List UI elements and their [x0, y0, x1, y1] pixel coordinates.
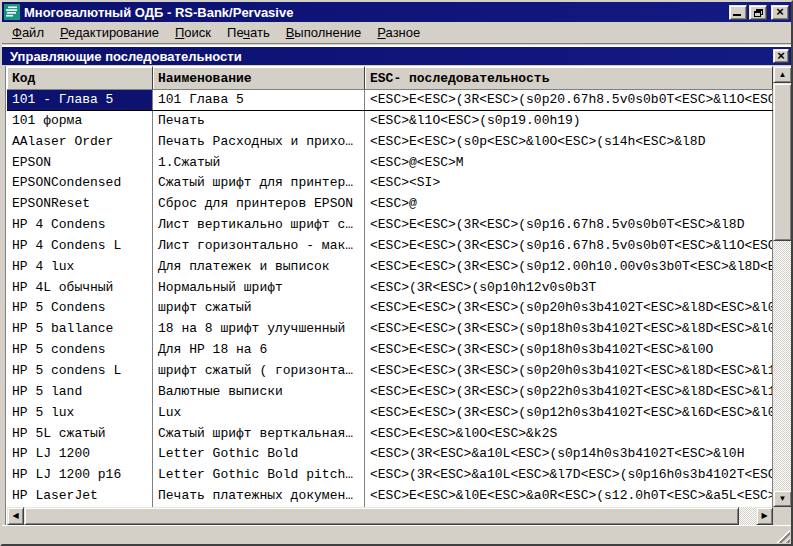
table-row[interactable]: HP 5 condensДля HP 18 на 6<ESC>E<ESC>(3R… [7, 340, 773, 361]
cell-esc[interactable]: <ESC>E<ESC>(3R<ESC>(s0p18h0s3b4102T<ESC>… [365, 340, 773, 361]
cell-name[interactable]: Печать Расходных и прихо… [153, 132, 365, 153]
cell-esc[interactable]: <ESC>(3R<ESC>&a10L<ESC>&l7D<ESC>(s0p16h0… [365, 465, 773, 486]
cell-code[interactable]: HP 5L сжатый [7, 424, 153, 445]
horizontal-scrollbar-track[interactable] [739, 507, 756, 525]
cell-esc[interactable]: <ESC>@<ESC>M [365, 153, 773, 174]
cell-name[interactable]: 1.Сжатый [153, 153, 365, 174]
cell-esc[interactable]: <ESC>(3R<ESC>&a10L<ESC>(s0p14h0s3b4102T<… [365, 444, 773, 465]
cell-esc[interactable]: <ESC><SI> [365, 173, 773, 194]
cell-esc[interactable]: <ESC>E<ESC>(3R<ESC>(s0p16.67h8.5v0s0b0T<… [365, 215, 773, 236]
horizontal-scrollbar-thumb[interactable] [24, 507, 739, 525]
scroll-up-button[interactable]: ▲ [773, 66, 792, 83]
table-row[interactable]: HP LJ 1200Letter Gothic Bold<ESC>(3R<ESC… [7, 444, 773, 465]
table-row[interactable]: HP 5 condens Lшрифт сжатый ( горизонта…<… [7, 361, 773, 382]
scroll-left-button[interactable]: ◀ [7, 507, 24, 525]
cell-code[interactable]: EPSONCondensed [7, 173, 153, 194]
menu-item-search[interactable]: Поиск [167, 23, 219, 42]
cell-code[interactable]: HP 5 lux [7, 403, 153, 424]
cell-name[interactable]: Сжатый шрифт верткальная… [153, 424, 365, 445]
cell-esc[interactable]: <ESC>E<ESC>&l0O<ESC>&k2S [365, 424, 773, 445]
cell-code[interactable]: HP 5 Condens [7, 298, 153, 319]
table-row[interactable]: HP 5 Condensшрифт сжатый<ESC>E<ESC>(3R<E… [7, 298, 773, 319]
window-titlebar[interactable]: Многовалютный ОДБ - RS-Bank/Pervasive × [2, 2, 791, 22]
panel-close-button[interactable]: × [773, 49, 789, 63]
cell-esc[interactable]: <ESC>E<ESC>(3R<ESC>(s0p22h0s3b4102T<ESC>… [365, 382, 773, 403]
cell-code[interactable]: 101 - Глава 5 [7, 90, 153, 110]
cell-esc[interactable]: <ESC>E<ESC>(3R<ESC>(s0p12h0s3b4102T<ESC>… [365, 403, 773, 424]
cell-code[interactable]: HP LJ 1200 [7, 444, 153, 465]
table-row[interactable]: HP 4 CondensЛист вертикально шрифт с…<ES… [7, 215, 773, 236]
cell-esc[interactable]: <ESC>E<ESC>(3R<ESC>(s0p16.67h8.5v0s0b0T<… [365, 236, 773, 257]
cell-name[interactable]: Для HP 18 на 6 [153, 340, 365, 361]
close-button[interactable]: × [771, 5, 789, 20]
cell-name[interactable]: Lux [153, 403, 365, 424]
resize-grip-icon[interactable] [775, 528, 790, 543]
minimize-button[interactable] [729, 5, 747, 20]
cell-code[interactable]: HP 5 condens [7, 340, 153, 361]
cell-esc[interactable]: <ESC>(3R<ESC>(s0p10h12v0s0b3T [365, 278, 773, 299]
cell-name[interactable]: Letter Gothic Bold [153, 444, 365, 465]
menu-item-print[interactable]: Печать [219, 23, 278, 42]
table-row[interactable]: HP 4L обычныйНормальный шрифт<ESC>(3R<ES… [7, 278, 773, 299]
table-row[interactable]: HP 5 ballance 18 на 8 шрифт улучшенный<E… [7, 319, 773, 340]
cell-esc[interactable]: <ESC>E<ESC>(s0p<ESC>&l0O<ESC>(s14h<ESC>&… [365, 132, 773, 153]
cell-esc[interactable]: <ESC>@ [365, 194, 773, 215]
cell-name[interactable]: Letter Gothic Bold pitch… [153, 465, 365, 486]
table-row[interactable]: HP 5 landВалютные выписки<ESC>E<ESC>(3R<… [7, 382, 773, 403]
scroll-right-button[interactable]: ▶ [756, 507, 773, 525]
cell-code[interactable]: EPSONReset [7, 194, 153, 215]
cell-name[interactable]: Нормальный шрифт [153, 278, 365, 299]
cell-name[interactable]: Печать платежных докумен… [153, 486, 365, 507]
cell-code[interactable]: 101 форма [7, 111, 153, 132]
cell-name[interactable]: 101 Глава 5 [153, 90, 365, 110]
cell-code[interactable]: HP 4 lux [7, 257, 153, 278]
table-row[interactable]: HP 5L сжатыйСжатый шрифт верткальная…<ES… [7, 424, 773, 445]
cell-name[interactable]: шрифт сжатый ( горизонта… [153, 361, 365, 382]
cell-name[interactable]: 18 на 8 шрифт улучшенный [153, 319, 365, 340]
cell-name[interactable]: Для платежек и выписок [153, 257, 365, 278]
panel-titlebar[interactable]: Управляющие последовательности × [2, 46, 791, 65]
table-row[interactable]: HP LJ 1200 p16Letter Gothic Bold pitch…<… [7, 465, 773, 486]
table-row[interactable]: HP 4 luxДля платежек и выписок<ESC>E<ESC… [7, 257, 773, 278]
vertical-scrollbar-thumb[interactable] [773, 83, 792, 241]
cell-code[interactable]: HP LJ 1200 p16 [7, 465, 153, 486]
cell-name[interactable]: Валютные выписки [153, 382, 365, 403]
table-row[interactable]: 101 - Глава 5101 Глава 5<ESC>E<ESC>(3R<E… [7, 90, 773, 111]
table-row[interactable]: HP 5 luxLux<ESC>E<ESC>(3R<ESC>(s0p12h0s3… [7, 403, 773, 424]
menu-item-misc[interactable]: Разное [369, 23, 428, 42]
cell-code[interactable]: HP 5 ballance [7, 319, 153, 340]
cell-code[interactable]: AAlaser Order [7, 132, 153, 153]
restore-button[interactable] [749, 5, 767, 20]
cell-code[interactable]: HP 4L обычный [7, 278, 153, 299]
cell-name[interactable]: Печать [153, 111, 365, 132]
cell-esc[interactable]: <ESC>E<ESC>(3R<ESC>(s0p20h0s3b4102T<ESC>… [365, 298, 773, 319]
cell-code[interactable]: HP 4 Condens L [7, 236, 153, 257]
table-row[interactable]: HP 4 Condens LЛист горизонтально - мак…<… [7, 236, 773, 257]
cell-esc[interactable]: <ESC>E<ESC>(3R<ESC>(s0p12.00h10.00v0s3b0… [365, 257, 773, 278]
table-row[interactable]: EPSONResetСброс для принтеров EPSON<ESC>… [7, 194, 773, 215]
table-row[interactable]: HP LaserJetПечать платежных докумен…<ESC… [7, 486, 773, 507]
cell-name[interactable]: Лист вертикально шрифт с… [153, 215, 365, 236]
cell-esc[interactable]: <ESC>E<ESC>(3R<ESC>(s0p20h0s3b4102T<ESC>… [365, 361, 773, 382]
cell-code[interactable]: HP 4 Condens [7, 215, 153, 236]
cell-name[interactable]: Сжатый шрифт для принтер… [153, 173, 365, 194]
cell-code[interactable]: HP 5 condens L [7, 361, 153, 382]
table-row[interactable]: EPSONCondensedСжатый шрифт для принтер…<… [7, 173, 773, 194]
table-row[interactable]: EPSON1.Сжатый<ESC>@<ESC>M [7, 153, 773, 174]
cell-esc[interactable]: <ESC>E<ESC>(3R<ESC>(s0p20.67h8.5v0s0b0T<… [365, 90, 773, 110]
table-row[interactable]: 101 формаПечать<ESC>&l1O<ESC>(s0p19.00h1… [7, 111, 773, 132]
cell-esc[interactable]: <ESC>E<ESC>(3R<ESC>(s0p18h0s3b4102T<ESC>… [365, 319, 773, 340]
cell-code[interactable]: HP 5 land [7, 382, 153, 403]
menu-item-file[interactable]: Файл [4, 23, 52, 42]
cell-name[interactable]: шрифт сжатый [153, 298, 365, 319]
scroll-down-button[interactable]: ▼ [773, 490, 792, 507]
menu-item-run[interactable]: Выполнение [278, 23, 370, 42]
cell-code[interactable]: EPSON [7, 153, 153, 174]
menu-item-edit[interactable]: Редактирование [52, 23, 167, 42]
table-row[interactable]: AAlaser OrderПечать Расходных и прихо…<E… [7, 132, 773, 153]
vertical-scrollbar-track[interactable] [773, 241, 792, 490]
cell-esc[interactable]: <ESC>E<ESC>&l0E<ESC>&a0R<ESC>(s12.0h0T<E… [365, 486, 773, 507]
cell-name[interactable]: Сброс для принтеров EPSON [153, 194, 365, 215]
cell-name[interactable]: Лист горизонтально - мак… [153, 236, 365, 257]
cell-code[interactable]: HP LaserJet [7, 486, 153, 507]
